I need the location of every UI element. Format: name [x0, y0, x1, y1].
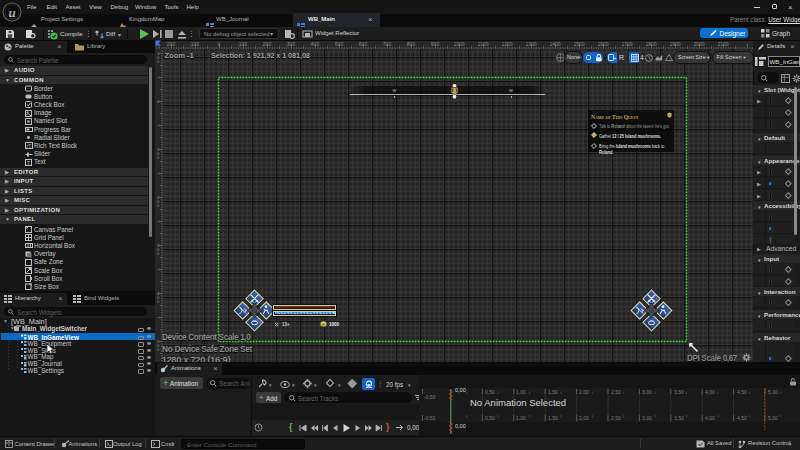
svg-text:3,00: 3,00 [642, 415, 652, 421]
svg-text:700: 700 [383, 41, 392, 47]
svg-text:0: 0 [218, 41, 221, 47]
svg-text:1300: 1300 [525, 41, 536, 47]
svg-text:1,00: 1,00 [516, 415, 526, 421]
svg-text:2,00: 2,00 [579, 389, 589, 395]
svg-text:2,00: 2,00 [579, 415, 589, 421]
svg-text:0,50: 0,50 [485, 389, 495, 395]
svg-text:rT: rT [27, 143, 32, 149]
svg-text:100: 100 [239, 41, 248, 47]
svg-text:1,00: 1,00 [516, 389, 526, 395]
svg-text:300: 300 [287, 41, 296, 47]
svg-text:0,50: 0,50 [485, 415, 495, 421]
svg-text:1,50: 1,50 [548, 415, 558, 421]
svg-text:5,00: 5,00 [768, 389, 778, 395]
svg-text:1,50: 1,50 [548, 389, 558, 395]
svg-text:T: T [27, 159, 31, 165]
svg-text:1800: 1800 [645, 41, 656, 47]
svg-text:3,50: 3,50 [674, 389, 684, 395]
svg-text:4,50: 4,50 [737, 389, 747, 395]
svg-text:2,50: 2,50 [611, 415, 621, 421]
svg-text:800: 800 [407, 41, 416, 47]
svg-text:2100: 2100 [717, 41, 728, 47]
svg-text:-0,50: -0,50 [424, 394, 436, 400]
svg-text:3,00: 3,00 [642, 389, 652, 395]
svg-text:u: u [8, 4, 15, 19]
svg-text:1500: 1500 [573, 41, 584, 47]
svg-text:1000: 1000 [453, 41, 464, 47]
svg-text:200: 200 [263, 41, 272, 47]
svg-text:0,00: 0,00 [455, 387, 466, 393]
svg-text:4,50: 4,50 [737, 415, 747, 421]
svg-text:1200: 1200 [501, 41, 512, 47]
svg-text:1700: 1700 [621, 41, 632, 47]
svg-text:500: 500 [335, 41, 344, 47]
svg-text:400: 400 [311, 41, 320, 47]
svg-text:1400: 1400 [549, 41, 560, 47]
svg-text:4,00: 4,00 [705, 389, 715, 395]
svg-text:-0,50: -0,50 [424, 415, 436, 421]
svg-text:0,00: 0,00 [455, 423, 466, 429]
svg-text:2,50: 2,50 [611, 389, 621, 395]
svg-text:1900: 1900 [669, 41, 680, 47]
svg-text:5,00: 5,00 [768, 415, 778, 421]
svg-text:100: 100 [191, 41, 200, 47]
svg-text:3,50: 3,50 [674, 415, 684, 421]
svg-text:1600: 1600 [597, 41, 608, 47]
svg-text:4,00: 4,00 [705, 415, 715, 421]
svg-text:2000: 2000 [693, 41, 704, 47]
svg-text:200: 200 [167, 41, 176, 47]
svg-text:900: 900 [431, 41, 440, 47]
svg-text:600: 600 [359, 41, 368, 47]
svg-text:1100: 1100 [478, 41, 489, 47]
